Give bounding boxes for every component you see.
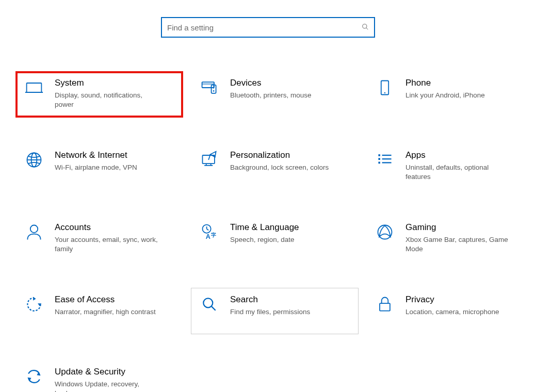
tile-title: Search	[230, 294, 352, 305]
tile-title: Devices	[230, 77, 352, 89]
svg-rect-36	[380, 303, 390, 311]
tile-title: Personalization	[230, 150, 352, 161]
tile-apps[interactable]: Apps Uninstall, defaults, optional featu…	[366, 143, 534, 190]
tile-desc: Xbox Game Bar, captures, Game Mode	[405, 235, 514, 254]
tile-title: Apps	[405, 150, 528, 161]
tile-desc: Your accounts, email, sync, work, family	[55, 235, 163, 254]
tile-title: Update & Security	[55, 366, 177, 378]
tile-title: System	[55, 77, 177, 89]
gaming-icon	[375, 222, 395, 242]
tile-accounts[interactable]: Accounts Your accounts, email, sync, wor…	[15, 216, 183, 262]
tile-desc: Link your Android, iPhone	[405, 91, 514, 100]
tile-system[interactable]: System Display, sound, notifications, po…	[15, 71, 183, 118]
ease-of-access-icon	[24, 294, 44, 315]
tile-phone[interactable]: Phone Link your Android, iPhone	[366, 71, 534, 118]
apps-icon	[375, 150, 395, 170]
accounts-icon	[24, 222, 44, 242]
svg-point-10	[384, 92, 385, 93]
svg-line-28	[207, 229, 209, 231]
svg-rect-20	[378, 158, 380, 160]
search-icon	[362, 23, 369, 32]
tile-privacy[interactable]: Privacy Location, camera, microphone	[366, 288, 534, 334]
tile-devices[interactable]: Devices Bluetooth, printers, mouse	[191, 71, 359, 118]
tile-title: Ease of Access	[55, 294, 177, 305]
devices-icon	[199, 77, 220, 98]
tile-time-language[interactable]: A 字 Time & Language Speech, region, date	[191, 216, 359, 262]
svg-marker-37	[37, 372, 40, 375]
svg-rect-19	[378, 154, 380, 156]
tile-desc: Wi-Fi, airplane mode, VPN	[55, 163, 163, 172]
svg-point-8	[213, 90, 215, 92]
system-icon	[24, 77, 44, 98]
tile-desc: Uninstall, defaults, optional features	[405, 163, 514, 182]
settings-grid: System Display, sound, notifications, po…	[0, 38, 536, 392]
tile-search[interactable]: Search Find my files, permissions	[191, 288, 359, 334]
search-tile-icon	[199, 294, 220, 315]
tile-personalization[interactable]: Personalization Background, lock screen,…	[191, 143, 359, 190]
tile-desc: Bluetooth, printers, mouse	[230, 91, 338, 100]
personalization-icon	[199, 150, 220, 170]
svg-line-1	[366, 27, 368, 29]
search-input[interactable]	[167, 23, 362, 32]
time-language-icon: A 字	[199, 222, 220, 242]
update-icon	[24, 366, 44, 387]
tile-title: Accounts	[55, 222, 177, 233]
tile-desc: Background, lock screen, colors	[230, 163, 338, 172]
svg-rect-21	[378, 162, 380, 164]
tile-title: Privacy	[405, 294, 528, 305]
svg-marker-38	[27, 378, 31, 381]
tile-desc: Location, camera, microphone	[405, 307, 514, 317]
tile-desc: Narrator, magnifier, high contrast	[55, 307, 163, 317]
svg-point-34	[203, 298, 213, 307]
svg-marker-32	[33, 297, 36, 301]
svg-line-35	[212, 306, 216, 311]
svg-text:字: 字	[211, 232, 216, 238]
tile-desc: Find my files, permissions	[230, 307, 338, 317]
privacy-icon	[375, 294, 395, 315]
tile-title: Phone	[405, 77, 528, 89]
svg-point-25	[30, 225, 38, 233]
tile-update-security[interactable]: Update & Security Windows Update, recove…	[15, 360, 183, 392]
search-box[interactable]	[161, 17, 375, 38]
svg-text:A: A	[206, 233, 210, 240]
tile-title: Network & Internet	[55, 150, 177, 161]
tile-gaming[interactable]: Gaming Xbox Game Bar, captures, Game Mod…	[366, 216, 534, 262]
svg-rect-2	[27, 83, 42, 92]
tile-title: Gaming	[405, 222, 528, 233]
tile-title: Time & Language	[230, 222, 352, 233]
svg-point-0	[363, 24, 367, 28]
globe-icon	[24, 150, 44, 170]
tile-ease-of-access[interactable]: Ease of Access Narrator, magnifier, high…	[15, 288, 183, 334]
phone-icon	[375, 77, 395, 98]
tile-desc: Display, sound, notifications, power	[55, 91, 163, 109]
tile-network[interactable]: Network & Internet Wi-Fi, airplane mode,…	[15, 143, 183, 190]
tile-desc: Windows Update, recovery, backup	[55, 380, 163, 392]
tile-desc: Speech, region, date	[230, 235, 338, 244]
